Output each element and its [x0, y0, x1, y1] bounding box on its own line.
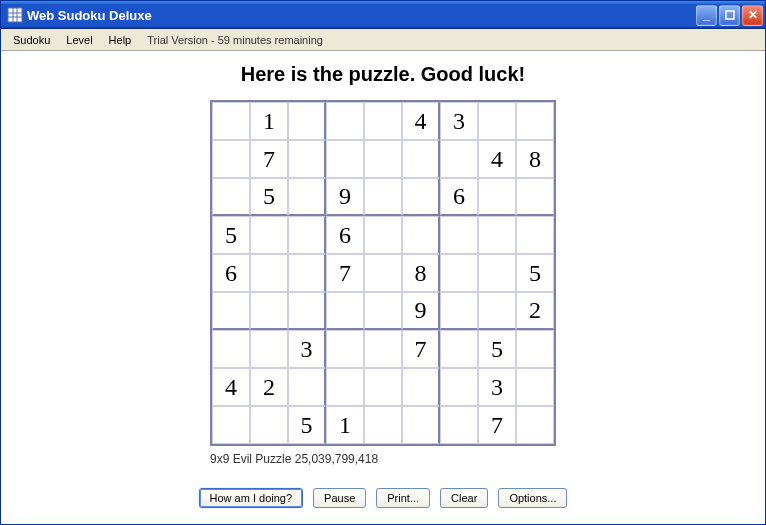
sudoku-cell[interactable]	[326, 292, 364, 330]
menu-help[interactable]: Help	[101, 32, 140, 48]
sudoku-cell[interactable]	[364, 254, 402, 292]
sudoku-cell[interactable]	[478, 102, 516, 140]
menu-level[interactable]: Level	[58, 32, 100, 48]
sudoku-cell[interactable]	[440, 140, 478, 178]
sudoku-cell[interactable]	[440, 330, 478, 368]
sudoku-cell[interactable]	[440, 292, 478, 330]
sudoku-cell[interactable]	[440, 406, 478, 444]
how-am-i-doing-button[interactable]: How am I doing?	[199, 488, 304, 508]
sudoku-cell[interactable]	[288, 216, 326, 254]
sudoku-cell[interactable]	[326, 102, 364, 140]
sudoku-cell[interactable]: 9	[326, 178, 364, 216]
pause-button[interactable]: Pause	[313, 488, 366, 508]
sudoku-cell[interactable]: 1	[250, 102, 288, 140]
sudoku-cell[interactable]	[288, 368, 326, 406]
sudoku-cell[interactable]: 4	[402, 102, 440, 140]
sudoku-cell[interactable]	[250, 292, 288, 330]
sudoku-cell[interactable]: 4	[478, 140, 516, 178]
sudoku-cell[interactable]	[364, 102, 402, 140]
sudoku-cell[interactable]	[364, 330, 402, 368]
sudoku-cell[interactable]: 6	[326, 216, 364, 254]
sudoku-cell[interactable]	[288, 254, 326, 292]
puzzle-info: 9x9 Evil Puzzle 25,039,799,418	[210, 452, 556, 466]
sudoku-cell[interactable]: 5	[212, 216, 250, 254]
sudoku-cell[interactable]: 7	[326, 254, 364, 292]
sudoku-cell[interactable]	[478, 292, 516, 330]
sudoku-cell[interactable]	[288, 102, 326, 140]
sudoku-cell[interactable]	[402, 216, 440, 254]
sudoku-cell[interactable]	[402, 178, 440, 216]
sudoku-cell[interactable]	[326, 368, 364, 406]
sudoku-cell[interactable]	[440, 368, 478, 406]
sudoku-cell[interactable]	[288, 140, 326, 178]
sudoku-cell[interactable]	[212, 102, 250, 140]
sudoku-cell[interactable]	[326, 330, 364, 368]
sudoku-cell[interactable]	[516, 406, 554, 444]
sudoku-cell[interactable]	[326, 140, 364, 178]
sudoku-cell[interactable]	[212, 330, 250, 368]
window-controls: _ ✕	[696, 5, 763, 26]
sudoku-cell[interactable]	[288, 292, 326, 330]
svg-rect-5	[726, 11, 734, 19]
sudoku-cell[interactable]	[402, 140, 440, 178]
page-title: Here is the puzzle. Good luck!	[241, 63, 526, 86]
sudoku-cell[interactable]: 5	[250, 178, 288, 216]
app-window: Web Sudoku Deluxe _ ✕ Sudoku Level Help …	[0, 0, 766, 525]
sudoku-cell[interactable]	[364, 178, 402, 216]
sudoku-cell[interactable]	[402, 406, 440, 444]
sudoku-cell[interactable]	[250, 330, 288, 368]
sudoku-cell[interactable]: 1	[326, 406, 364, 444]
sudoku-cell[interactable]	[212, 406, 250, 444]
sudoku-cell[interactable]: 4	[212, 368, 250, 406]
titlebar: Web Sudoku Deluxe _ ✕	[1, 1, 765, 29]
sudoku-cell[interactable]: 9	[402, 292, 440, 330]
sudoku-cell[interactable]	[516, 216, 554, 254]
sudoku-cell[interactable]	[402, 368, 440, 406]
sudoku-cell[interactable]: 5	[516, 254, 554, 292]
menu-sudoku[interactable]: Sudoku	[5, 32, 58, 48]
sudoku-cell[interactable]	[364, 292, 402, 330]
sudoku-cell[interactable]	[478, 178, 516, 216]
sudoku-cell[interactable]	[212, 178, 250, 216]
minimize-button[interactable]: _	[696, 5, 717, 26]
sudoku-cell[interactable]	[478, 254, 516, 292]
print-button[interactable]: Print...	[376, 488, 430, 508]
sudoku-cell[interactable]: 8	[516, 140, 554, 178]
sudoku-cell[interactable]: 5	[478, 330, 516, 368]
sudoku-cell[interactable]	[250, 216, 288, 254]
sudoku-cell[interactable]	[250, 254, 288, 292]
sudoku-cell[interactable]	[364, 368, 402, 406]
sudoku-cell[interactable]	[440, 254, 478, 292]
sudoku-cell[interactable]: 3	[288, 330, 326, 368]
sudoku-cell[interactable]	[250, 406, 288, 444]
options-button[interactable]: Options...	[498, 488, 567, 508]
sudoku-cell[interactable]: 8	[402, 254, 440, 292]
action-buttons: How am I doing? Pause Print... Clear Opt…	[199, 488, 568, 508]
close-button[interactable]: ✕	[742, 5, 763, 26]
sudoku-cell[interactable]	[516, 330, 554, 368]
sudoku-cell[interactable]	[516, 178, 554, 216]
maximize-button[interactable]	[719, 5, 740, 26]
sudoku-cell[interactable]	[212, 292, 250, 330]
sudoku-cell[interactable]	[516, 368, 554, 406]
sudoku-cell[interactable]: 6	[440, 178, 478, 216]
sudoku-cell[interactable]	[364, 140, 402, 178]
sudoku-cell[interactable]	[364, 406, 402, 444]
sudoku-cell[interactable]: 7	[250, 140, 288, 178]
sudoku-cell[interactable]: 3	[440, 102, 478, 140]
sudoku-cell[interactable]: 6	[212, 254, 250, 292]
sudoku-cell[interactable]	[440, 216, 478, 254]
sudoku-cell[interactable]	[212, 140, 250, 178]
sudoku-cell[interactable]	[516, 102, 554, 140]
sudoku-cell[interactable]: 2	[516, 292, 554, 330]
sudoku-cell[interactable]: 3	[478, 368, 516, 406]
sudoku-cell[interactable]	[364, 216, 402, 254]
sudoku-cell[interactable]	[288, 178, 326, 216]
sudoku-cell[interactable]: 5	[288, 406, 326, 444]
sudoku-cell[interactable]: 7	[478, 406, 516, 444]
sudoku-board: 14374859656678592375423517	[210, 100, 556, 446]
sudoku-cell[interactable]: 2	[250, 368, 288, 406]
sudoku-cell[interactable]	[478, 216, 516, 254]
clear-button[interactable]: Clear	[440, 488, 488, 508]
sudoku-cell[interactable]: 7	[402, 330, 440, 368]
